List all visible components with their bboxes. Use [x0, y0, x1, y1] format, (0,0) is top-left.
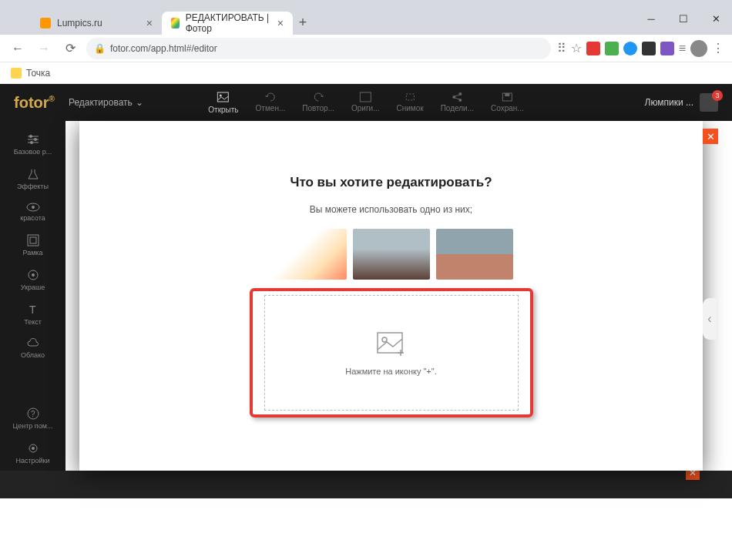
sample-image-2[interactable]	[353, 229, 430, 280]
sidebar-item-beauty[interactable]: красота	[0, 196, 65, 228]
save-icon	[501, 92, 513, 102]
modal-subtitle: Вы можете использовать одно из них;	[110, 204, 672, 215]
svg-text:?: ?	[31, 410, 35, 418]
translate-icon[interactable]: ⠿	[557, 41, 566, 55]
share-button[interactable]: Подели...	[441, 92, 474, 114]
flask-icon	[27, 168, 39, 180]
chevron-down-icon: ⌄	[136, 97, 143, 108]
save-button[interactable]: Сохран...	[491, 92, 524, 114]
forward-button[interactable]: →	[34, 39, 54, 59]
sidebar-item-frame[interactable]: Рамка	[0, 228, 65, 263]
sample-image-1[interactable]	[270, 229, 347, 280]
text-icon: T	[27, 303, 39, 316]
panel-collapse-handle[interactable]: ‹	[703, 298, 717, 340]
username: Люмпики ...	[645, 97, 693, 108]
cloud-icon	[26, 338, 40, 349]
back-button[interactable]: ←	[8, 39, 28, 59]
open-button[interactable]: Открыть	[208, 92, 238, 114]
upload-dropzone[interactable]: Нажмите на иконку "+".	[264, 295, 519, 411]
new-tab-button[interactable]: +	[293, 12, 313, 32]
menu-icon[interactable]: ⋮	[712, 41, 724, 55]
tab-title: Lumpics.ru	[57, 18, 102, 29]
sidebar-item-help[interactable]: ?Центр пом...	[0, 401, 65, 436]
svg-point-1	[219, 94, 221, 96]
favicon-icon	[171, 18, 180, 29]
edit-dropdown[interactable]: Редактировать ⌄	[69, 97, 143, 108]
profile-avatar[interactable]	[690, 40, 707, 57]
share-icon	[451, 92, 463, 102]
tab-lumpics[interactable]: Lumpics.ru ×	[31, 12, 162, 35]
maximize-button[interactable]: ☐	[667, 7, 700, 30]
sidebar-item-text[interactable]: TТекст	[0, 297, 65, 332]
eye-icon	[26, 203, 40, 212]
sticker-icon	[27, 269, 39, 281]
extension-icon[interactable]	[586, 42, 600, 55]
close-window-button[interactable]: ✕	[700, 7, 732, 30]
minimize-button[interactable]: ─	[635, 7, 667, 30]
reload-button[interactable]: ⟳	[60, 39, 80, 59]
close-icon[interactable]: ×	[277, 17, 284, 29]
sidebar-item-effects[interactable]: Эффекты	[0, 162, 65, 196]
bookmark-item[interactable]: Точка	[26, 68, 50, 79]
svg-rect-2	[360, 92, 371, 102]
image-add-icon	[374, 330, 408, 357]
gear-icon	[27, 442, 39, 454]
folder-icon	[11, 68, 22, 79]
lock-icon: 🔒	[94, 43, 106, 54]
tab-fotor[interactable]: РЕДАКТИРОВАТЬ | Фотор ×	[162, 12, 293, 35]
address-bar[interactable]: 🔒 fotor.com/app.html#/editor	[86, 38, 551, 59]
svg-rect-15	[30, 237, 36, 243]
sliders-icon	[26, 133, 40, 146]
frame-icon	[27, 234, 39, 246]
extension-icon[interactable]	[623, 42, 637, 55]
svg-text:T: T	[29, 303, 36, 316]
sidebar-item-sticker[interactable]: Украше	[0, 263, 65, 297]
svg-point-11	[30, 141, 33, 144]
undo-icon	[264, 92, 277, 102]
modal-title: Что вы хотите редактировать?	[110, 175, 672, 190]
extension-icon[interactable]	[660, 42, 674, 55]
modal-close-button[interactable]: ✕	[703, 129, 718, 144]
url-text: fotor.com/app.html#/editor	[110, 43, 217, 54]
reading-list-icon[interactable]: ≡	[679, 42, 686, 55]
app-header: fotor® Редактировать ⌄ Открыть Отмен... …	[0, 84, 732, 121]
svg-point-22	[32, 447, 35, 450]
original-button[interactable]: Ориги...	[351, 92, 380, 114]
close-icon[interactable]: ×	[146, 17, 153, 29]
bottom-panel: ✕	[0, 471, 732, 498]
help-icon: ?	[27, 407, 39, 420]
sample-image-3[interactable]	[436, 229, 513, 280]
browser-tabs: Lumpics.ru × РЕДАКТИРОВАТЬ | Фотор × + ─…	[0, 7, 732, 35]
extension-icon[interactable]	[642, 42, 656, 55]
svg-point-13	[32, 206, 35, 209]
svg-point-17	[32, 273, 35, 277]
crop-icon	[404, 92, 416, 102]
star-icon[interactable]: ☆	[571, 41, 582, 55]
tab-title: РЕДАКТИРОВАТЬ | Фотор	[186, 12, 271, 34]
snapshot-button[interactable]: Снимок	[397, 92, 424, 114]
svg-rect-3	[406, 94, 414, 100]
address-bar-row: ← → ⟳ 🔒 fotor.com/app.html#/editor ⠿ ☆ ≡…	[0, 35, 732, 62]
undo-button[interactable]: Отмен...	[256, 92, 286, 114]
svg-rect-14	[28, 235, 39, 246]
sidebar-item-settings[interactable]: Настройки	[0, 436, 65, 471]
fotor-logo[interactable]: fotor®	[14, 94, 55, 112]
svg-point-9	[29, 135, 32, 138]
sidebar-item-cloud[interactable]: Облако	[0, 332, 65, 365]
svg-rect-8	[505, 93, 509, 96]
bookmarks-bar: Точка	[0, 62, 732, 84]
user-menu[interactable]: Люмпики ... 3	[645, 93, 718, 112]
redo-button[interactable]: Повтор...	[302, 92, 334, 114]
svg-rect-23	[378, 333, 402, 353]
sidebar: Базовое р... Эффекты красота Рамка Украш…	[0, 121, 65, 471]
sidebar-item-basic[interactable]: Базовое р...	[0, 127, 65, 162]
svg-point-24	[382, 337, 387, 342]
svg-point-10	[34, 138, 37, 141]
favicon-icon	[40, 18, 51, 29]
image-icon	[359, 92, 371, 102]
image-plus-icon	[217, 92, 230, 104]
notification-badge: 3	[712, 90, 723, 101]
open-image-modal: ✕ Что вы хотите редактировать? Вы можете…	[79, 121, 703, 471]
redo-icon	[312, 92, 324, 102]
extension-icon[interactable]	[605, 42, 619, 55]
